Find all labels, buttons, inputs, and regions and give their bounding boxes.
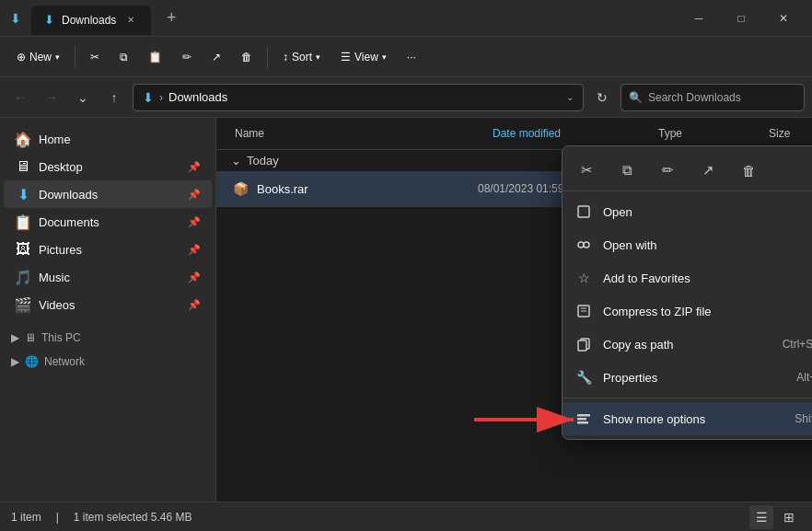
- ctx-open-label: Open: [603, 205, 805, 219]
- ctx-favorites-label: Add to Favorites: [603, 271, 812, 285]
- pin-icon: 📌: [188, 161, 201, 173]
- forward-button[interactable]: →: [39, 85, 64, 110]
- copy-path-icon: [575, 336, 592, 352]
- ctx-copy-button[interactable]: ⧉: [612, 156, 642, 185]
- up-button[interactable]: ↑: [101, 85, 127, 110]
- grid-view-button[interactable]: ⊞: [777, 505, 801, 529]
- close-button[interactable]: ✕: [762, 4, 805, 33]
- ctx-open-item[interactable]: Open Enter: [563, 195, 812, 228]
- ctx-cut-button[interactable]: ✂: [572, 156, 601, 185]
- new-icon: ⊕: [17, 51, 26, 63]
- status-bar: 1 item | 1 item selected 5.46 MB ☰ ⊞: [0, 502, 812, 531]
- ctx-copy-path-item[interactable]: Copy as path Ctrl+Shift+C: [563, 328, 812, 361]
- tab-downloads[interactable]: ⬇ Downloads ✕: [31, 6, 151, 35]
- window-controls: ─ □ ✕: [678, 4, 805, 33]
- new-dropdown-icon: ▾: [55, 52, 60, 62]
- sidebar-item-desktop[interactable]: 🖥 Desktop 📌: [4, 153, 212, 180]
- new-button[interactable]: ⊕ New ▾: [7, 46, 69, 68]
- desktop-icon: 🖥: [15, 158, 31, 175]
- context-menu: ✂ ⧉ ✏ ↗ 🗑: [562, 145, 812, 440]
- delete-icon: 🗑: [742, 163, 756, 179]
- status-selected-info: 1 item selected 5.46 MB: [74, 511, 192, 524]
- ctx-show-more-item[interactable]: Show more options Shift+F10: [563, 402, 812, 435]
- column-header-date[interactable]: Date modified: [489, 125, 655, 142]
- pin-icon: 📌: [188, 189, 201, 201]
- copy-icon: ⧉: [622, 162, 632, 179]
- path-icon: ⬇: [143, 90, 154, 105]
- sort-icon: ↕: [283, 51, 288, 63]
- paste-button[interactable]: 📋: [139, 46, 171, 68]
- column-header-type[interactable]: Type: [655, 125, 765, 142]
- sort-button[interactable]: ↕ Sort ▾: [273, 46, 330, 68]
- tab-close-button[interactable]: ✕: [123, 13, 138, 28]
- sidebar-item-downloads[interactable]: ⬇ Downloads 📌: [4, 180, 212, 208]
- share-icon: ↗: [212, 51, 221, 63]
- main-content: 🏠 Home 🖥 Desktop 📌 ⬇ Downloads 📌 📋 Docum…: [0, 118, 812, 502]
- more-button[interactable]: ···: [398, 46, 425, 68]
- sidebar-section-this-pc[interactable]: ▶ 🖥 This PC: [0, 326, 215, 350]
- refresh-button[interactable]: ↻: [589, 85, 615, 110]
- ctx-rename-button[interactable]: ✏: [653, 156, 682, 185]
- app-icon: ⬇: [7, 10, 24, 27]
- status-separator: |: [56, 511, 59, 524]
- sidebar-item-label: Documents: [39, 215, 99, 229]
- column-header-name[interactable]: Name: [231, 125, 489, 142]
- dropdown-button[interactable]: ⌄: [70, 85, 96, 110]
- home-icon: 🏠: [15, 131, 31, 147]
- sidebar-item-home[interactable]: 🏠 Home: [4, 125, 212, 153]
- ctx-open-with-item[interactable]: Open with ›: [563, 228, 812, 261]
- ctx-share-button[interactable]: ↗: [693, 156, 723, 185]
- share-icon: ↗: [702, 162, 714, 179]
- back-button[interactable]: ←: [7, 85, 33, 110]
- documents-icon: 📋: [15, 214, 31, 230]
- svg-rect-10: [577, 421, 588, 424]
- rename-icon: ✏: [662, 162, 674, 179]
- view-button[interactable]: ☰ View ▾: [331, 46, 396, 68]
- chevron-right-icon: ▶: [11, 355, 19, 368]
- copy-button[interactable]: ⧉: [110, 46, 137, 68]
- pin-icon: 📌: [188, 244, 201, 256]
- section-chevron-icon: ⌄: [231, 154, 241, 167]
- sidebar-section-network[interactable]: ▶ 🌐 Network: [0, 350, 215, 374]
- pin-icon: 📌: [188, 216, 201, 228]
- pictures-icon: 🖼: [15, 241, 31, 258]
- sort-dropdown-icon: ▾: [316, 52, 320, 62]
- rename-button[interactable]: ✏: [173, 46, 201, 68]
- tab-icon: ⬇: [44, 13, 54, 27]
- sidebar-item-music[interactable]: 🎵 Music 📌: [4, 263, 212, 291]
- sidebar-item-label: Downloads: [39, 188, 98, 202]
- status-item-count: 1 item: [11, 511, 41, 524]
- sidebar-item-videos[interactable]: 🎬 Videos 📌: [4, 291, 212, 318]
- share-button[interactable]: ↗: [203, 46, 230, 68]
- properties-icon: 🔧: [575, 369, 592, 386]
- sidebar-item-pictures[interactable]: 🖼 Pictures 📌: [4, 236, 212, 263]
- ctx-favorites-item[interactable]: ☆ Add to Favorites: [563, 261, 812, 294]
- this-pc-icon: 🖥: [25, 331, 36, 344]
- ctx-open-with-label: Open with: [603, 238, 812, 252]
- minimize-button[interactable]: ─: [678, 4, 720, 33]
- maximize-button[interactable]: □: [720, 4, 762, 33]
- section-label: This PC: [41, 331, 81, 344]
- ctx-copy-path-shortcut: Ctrl+Shift+C: [783, 338, 812, 351]
- sidebar-item-documents[interactable]: 📋 Documents 📌: [4, 208, 212, 236]
- ctx-copy-path-label: Copy as path: [603, 338, 771, 352]
- file-content: Name Date modified Type Size ⌄ Today 📦 B…: [216, 118, 812, 502]
- sidebar-item-label: Home: [39, 133, 71, 146]
- ctx-delete-button[interactable]: 🗑: [734, 156, 763, 185]
- new-tab-button[interactable]: +: [158, 6, 184, 31]
- column-header-size[interactable]: Size: [765, 125, 797, 142]
- cut-button[interactable]: ✂: [81, 46, 109, 68]
- ctx-compress-item[interactable]: Compress to ZIP file: [563, 294, 812, 328]
- ctx-properties-item[interactable]: 🔧 Properties Alt+Enter: [563, 361, 812, 394]
- address-chevron-icon: ⌄: [566, 92, 574, 102]
- address-input[interactable]: ⬇ › Downloads ⌄: [133, 84, 584, 111]
- list-view-button[interactable]: ☰: [749, 505, 773, 529]
- delete-icon: 🗑: [241, 51, 252, 63]
- status-view-controls: ☰ ⊞: [749, 505, 801, 529]
- sidebar-item-label: Videos: [39, 298, 75, 312]
- show-more-icon: [575, 410, 592, 427]
- search-box[interactable]: 🔍 Search Downloads: [621, 84, 805, 111]
- delete-button[interactable]: 🗑: [232, 46, 261, 68]
- search-placeholder: Search Downloads: [648, 91, 741, 104]
- sidebar-item-label: Desktop: [39, 160, 83, 174]
